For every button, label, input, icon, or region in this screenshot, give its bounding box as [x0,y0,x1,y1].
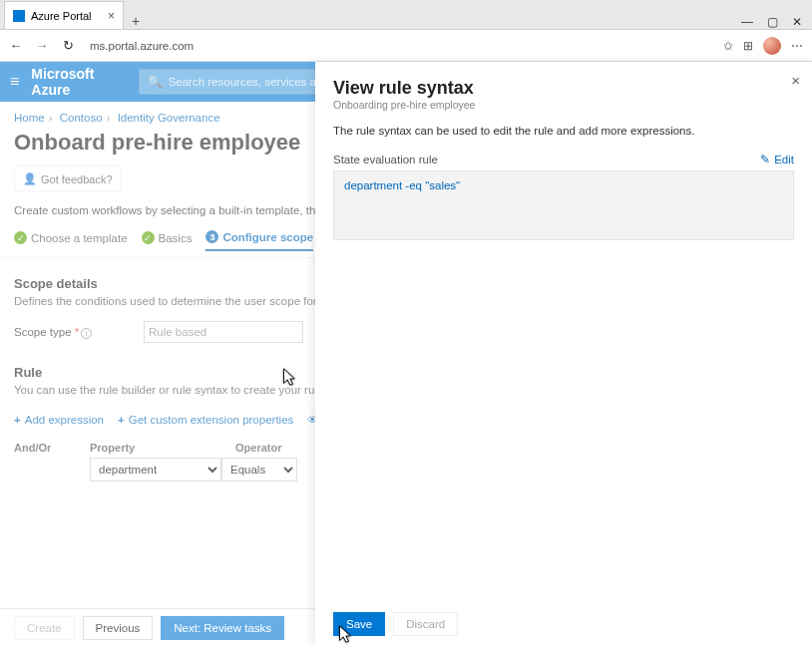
edit-button[interactable]: ✎Edit [760,153,794,166]
more-icon[interactable]: ⋯ [791,39,804,53]
profile-avatar[interactable] [763,37,781,55]
close-tab-icon[interactable]: × [108,9,115,23]
discard-button[interactable]: Discard [393,612,458,636]
overlay [0,62,315,646]
window-min[interactable]: — [741,15,753,29]
panel-title: View rule syntax [333,78,794,99]
eval-label: State evaluation rule [333,154,438,165]
new-tab-button[interactable]: + [124,13,148,29]
window-max[interactable]: ▢ [767,15,778,29]
close-panel-button[interactable]: × [791,72,800,89]
save-button[interactable]: Save [333,612,385,636]
rule-syntax-code[interactable]: department -eq "sales" [333,170,794,240]
window-close[interactable]: ✕ [792,15,802,29]
panel-subtitle: Onboarding pre-hire employee [333,99,794,111]
azure-icon [13,10,25,22]
address-bar[interactable]: ms.portal.azure.com [86,40,713,52]
back-button[interactable]: ← [8,38,24,53]
refresh-button[interactable]: ↻ [60,38,76,53]
browser-tab[interactable]: Azure Portal × [4,1,124,29]
pencil-icon: ✎ [760,153,770,166]
collections-icon[interactable]: ⊞ [743,39,753,53]
panel-note: The rule syntax can be used to edit the … [333,125,794,137]
forward-button[interactable]: → [34,38,50,53]
reader-icon[interactable]: ✩ [723,39,733,53]
rule-syntax-panel: × View rule syntax Onboarding pre-hire e… [315,62,812,646]
tab-title: Azure Portal [31,10,92,22]
